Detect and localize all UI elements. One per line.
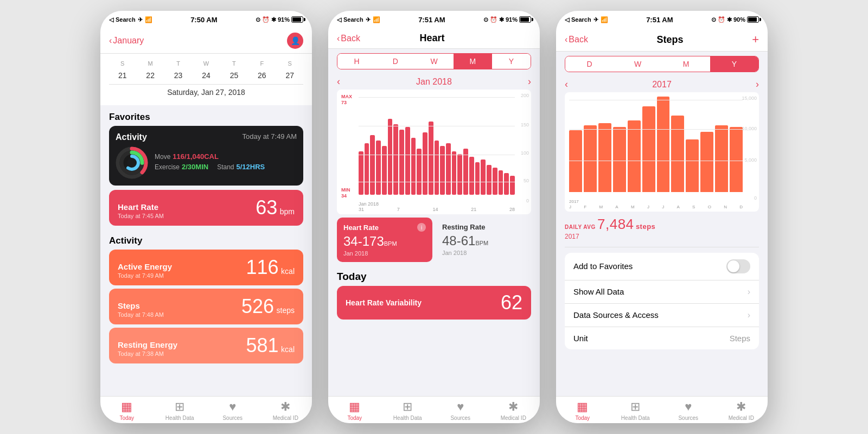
grid-100 (359, 155, 515, 155)
tab-medical-1[interactable]: ✱ Medical ID (259, 400, 312, 421)
seg-m[interactable]: M (454, 54, 492, 69)
heart-bar-6 (388, 119, 393, 195)
nav-month-1[interactable]: ‹ January (109, 36, 144, 46)
cal-25[interactable]: 25 (221, 69, 247, 82)
tab-health-icon-3: ⊞ (630, 400, 640, 414)
phone-heart: ◁ Search ✈ 📶 7:51 AM ⊙ ⏰ ✱ 91% ‹ Back He (328, 11, 540, 423)
status-left-2: ◁ Search ✈ 📶 (337, 16, 380, 23)
camera-icon-2: ⊙ (483, 16, 488, 23)
tab-health-data-3[interactable]: ⊞ Health Data (609, 400, 662, 421)
back-arrow-2: ◁ (337, 16, 341, 23)
steps-bar-jan (569, 130, 582, 192)
cal-26[interactable]: 26 (248, 69, 275, 82)
hrv-value: 62 (501, 291, 522, 314)
seg-m-3[interactable]: M (662, 56, 710, 72)
status-bar-3: ◁ Search ✈ 📶 7:51 AM ⊙ ⏰ ✱ 90% (556, 11, 768, 28)
chart-next-2[interactable]: › (528, 76, 531, 87)
heart-bar-5 (382, 146, 387, 195)
favorites-toggle[interactable] (726, 259, 750, 273)
y-50: 50 (524, 178, 529, 183)
tab-sources-3[interactable]: ♥ Sources (662, 400, 715, 421)
heart-bar-18 (457, 154, 462, 195)
activity-card[interactable]: Activity Today at 7:49 AM (109, 126, 303, 186)
chevron-left-icon-2: ‹ (337, 34, 340, 43)
add-button-3[interactable]: + (752, 33, 759, 47)
steps-bar-aug (671, 116, 684, 192)
seg-d[interactable]: D (376, 54, 414, 69)
status-time-2: 7:51 AM (418, 16, 445, 24)
tab-sources-1[interactable]: ♥ Sources (206, 400, 259, 421)
tab-today-1[interactable]: ▦ Today (100, 400, 154, 421)
resting-energy-card[interactable]: Resting Energy Today at 7:38 AM 581 kcal (109, 328, 303, 363)
chart-title-2: Jan 2018 (416, 77, 452, 87)
seg-d-3[interactable]: D (565, 56, 614, 72)
phones-container: ◁ Search ✈ 📶 7:50 AM ⊙ ⏰ ✱ 91% ‹ January (0, 0, 868, 434)
heart-bar-24 (493, 168, 497, 195)
alarm-icon-2: ⏰ (490, 16, 497, 23)
battery-icon-3 (747, 16, 759, 23)
tab-sources-icon-2: ♥ (457, 400, 464, 414)
steps-bar-feb (584, 125, 597, 192)
segment-control-2: H D W M Y (337, 53, 531, 69)
chart-next-3[interactable]: › (756, 79, 759, 90)
bluetooth-icon-1: ✱ (271, 16, 276, 23)
tab-sources-2[interactable]: ♥ Sources (434, 400, 487, 421)
steps-content: D W M Y ‹ 2017 › 15,000 10,000 5,000 0 (556, 52, 768, 396)
seg-y-3[interactable]: Y (710, 56, 758, 72)
chart-prev-3[interactable]: ‹ (565, 79, 568, 90)
back-btn-2[interactable]: ‹ Back (337, 34, 360, 43)
chart-prev-2[interactable]: ‹ (337, 76, 340, 87)
cal-hdr-w: W (193, 59, 219, 68)
steps-bar-jul (657, 97, 670, 192)
heart-bar-9 (405, 127, 410, 195)
tab-today-2[interactable]: ▦ Today (328, 400, 381, 421)
active-energy-card[interactable]: Active Energy Today at 7:49 AM 116 kcal (109, 250, 303, 285)
cal-22[interactable]: 22 (137, 69, 163, 82)
tab-health-label-1: Health Data (165, 415, 194, 421)
seg-h[interactable]: H (337, 54, 376, 69)
hrv-card[interactable]: Heart Rate Variability 62 (337, 286, 531, 320)
heart-rate-label: Heart Rate (118, 202, 164, 212)
avatar-icon-1[interactable]: 👤 (287, 33, 303, 49)
airplane-icon-2: ✈ (366, 16, 371, 23)
heart-bar-10 (411, 138, 416, 195)
heart-rate-value: 63 (256, 196, 277, 219)
settings-show-all[interactable]: Show All Data › (565, 280, 759, 304)
tab-health-data-1[interactable]: ⊞ Health Data (154, 400, 207, 421)
steps-bar-nov (715, 125, 728, 192)
toggle-thumb (727, 260, 739, 272)
cal-23[interactable]: 23 (165, 69, 192, 82)
seg-w-3[interactable]: W (614, 56, 662, 72)
activity-card-title: Activity (116, 132, 147, 142)
tab-bar-1: ▦ Today ⊞ Health Data ♥ Sources ✱ Medica… (100, 396, 312, 423)
resting-energy-unit: kcal (281, 345, 295, 354)
steps-bar-jun (642, 106, 655, 192)
tab-medical-3[interactable]: ✱ Medical ID (715, 400, 768, 421)
cal-24[interactable]: 24 (193, 69, 219, 82)
settings-data-sources[interactable]: Data Sources & Access › (565, 304, 759, 327)
heart-rate-time: Today at 7:45 AM (118, 213, 164, 219)
tab-health-data-2[interactable]: ⊞ Health Data (381, 400, 435, 421)
status-search-2: Search (343, 16, 363, 23)
seg-w[interactable]: W (414, 54, 453, 69)
back-btn-3[interactable]: ‹ Back (565, 35, 588, 44)
status-time-3: 7:51 AM (646, 16, 673, 24)
seg-y[interactable]: Y (492, 54, 531, 69)
heart-rate-card[interactable]: Heart Rate Today at 7:45 AM 63 bpm (109, 190, 303, 226)
nav-bar-3: ‹ Back Steps + (556, 28, 768, 52)
active-energy-value: 116 (246, 256, 279, 278)
cal-27[interactable]: 27 (277, 69, 303, 82)
cal-21[interactable]: 21 (109, 69, 136, 82)
steps-title: Steps (657, 34, 684, 46)
steps-summary: DAILY AVG 7,484 steps 2017 (556, 212, 768, 245)
heart-rate-unit: bpm (280, 207, 295, 216)
wifi-icon-3: 📶 (601, 16, 608, 23)
info-badge[interactable]: i (417, 223, 426, 232)
steps-card[interactable]: Steps Today at 7:48 AM 526 steps (109, 289, 303, 324)
tab-medical-2[interactable]: ✱ Medical ID (487, 400, 540, 421)
tab-today-3[interactable]: ▦ Today (556, 400, 609, 421)
daily-avg-value: 7,484 (597, 216, 634, 232)
hrv-label: Heart Rate Variability (346, 298, 422, 307)
settings-favorites: Add to Favorites (565, 253, 759, 280)
settings-show-all-label: Show All Data (573, 287, 624, 296)
